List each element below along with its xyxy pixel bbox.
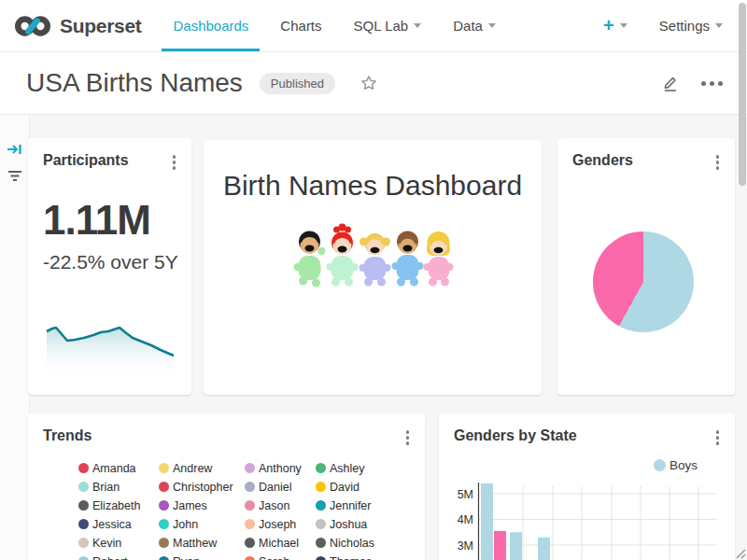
legend-label: Joseph bbox=[259, 518, 296, 531]
filter-list-icon bbox=[7, 169, 23, 184]
legend-item[interactable]: Brian bbox=[78, 478, 159, 497]
nav-right-group: + Settings bbox=[603, 15, 723, 36]
legend-swatch bbox=[78, 463, 89, 473]
legend-item[interactable]: Sarah bbox=[245, 553, 316, 560]
legend-swatch bbox=[245, 500, 255, 511]
chart-card-genders-by-state: Genders by State Boys 5M4M3M bbox=[439, 413, 735, 560]
legend-item[interactable]: Ryan bbox=[159, 553, 245, 560]
kid-mint bbox=[327, 224, 359, 287]
legend-item[interactable]: Jason bbox=[245, 497, 316, 515]
markdown-card: Birth Names Dashboard bbox=[204, 140, 542, 395]
expand-filters-button[interactable] bbox=[7, 142, 23, 161]
legend-item[interactable]: Christopher bbox=[159, 478, 245, 497]
top-nav: Superset Dashboards Charts SQL Lab Data … bbox=[0, 0, 747, 52]
superset-dashboard-app: Superset Dashboards Charts SQL Lab Data … bbox=[0, 0, 747, 560]
header-actions bbox=[660, 73, 723, 93]
legend-item[interactable]: Ashley bbox=[316, 459, 425, 478]
chart-menu-button[interactable] bbox=[713, 152, 723, 173]
card-header: Trends bbox=[28, 413, 425, 448]
kid-periwinkle bbox=[359, 233, 391, 287]
big-number-value: 1.11M bbox=[43, 197, 191, 244]
legend-swatch bbox=[316, 463, 326, 473]
legend-item[interactable]: John bbox=[159, 515, 245, 534]
chart-title: Genders bbox=[572, 152, 633, 169]
legend-label: Nicholas bbox=[330, 537, 374, 550]
trends-legend: AmandaAndrewAnthonyAshleyBrianChristophe… bbox=[28, 459, 425, 560]
legend-swatch bbox=[159, 463, 169, 473]
dashboard-title: USA Births Names bbox=[26, 68, 243, 98]
legend-label: Matthew bbox=[173, 537, 217, 550]
legend-item[interactable]: Kevin bbox=[78, 534, 159, 553]
legend-item[interactable]: Michael bbox=[245, 534, 316, 553]
legend-swatch bbox=[159, 500, 169, 511]
legend-label: Daniel bbox=[259, 481, 291, 494]
legend-swatch bbox=[78, 556, 89, 560]
legend-swatch bbox=[78, 519, 89, 529]
legend-item[interactable]: Thomas bbox=[316, 553, 425, 560]
legend-item-boys[interactable]: Boys bbox=[654, 458, 698, 472]
legend-swatch bbox=[159, 538, 169, 548]
legend-item[interactable]: Nicholas bbox=[316, 534, 425, 553]
resize-handle-icon[interactable] bbox=[734, 547, 746, 559]
arrow-to-bar-icon bbox=[7, 142, 23, 157]
svg-text:4M: 4M bbox=[458, 513, 473, 526]
legend-swatch bbox=[316, 482, 326, 492]
legend-item[interactable]: Joshua bbox=[316, 515, 425, 534]
nav-tab-charts[interactable]: Charts bbox=[280, 0, 321, 51]
legend-label: Robert bbox=[92, 555, 128, 560]
big-number-subheader: -22.5% over 5Y bbox=[43, 251, 191, 273]
edit-dashboard-button[interactable] bbox=[660, 73, 681, 93]
card-header: Genders by State bbox=[439, 413, 735, 448]
chart-menu-button[interactable] bbox=[170, 152, 179, 173]
legend-item[interactable]: Anthony bbox=[245, 459, 316, 478]
new-item-button[interactable]: + bbox=[603, 15, 627, 36]
dashboard-header: USA Births Names Published bbox=[0, 52, 747, 115]
legend-label: Ryan bbox=[173, 555, 200, 560]
chart-menu-button[interactable] bbox=[713, 427, 723, 448]
legend-item[interactable]: Daniel bbox=[245, 478, 316, 497]
legend-label: James bbox=[173, 499, 207, 512]
legend-swatch bbox=[245, 538, 255, 548]
legend-swatch bbox=[159, 482, 169, 492]
nav-tab-dashboards[interactable]: Dashboards bbox=[173, 0, 248, 51]
legend-item[interactable]: Amanda bbox=[78, 459, 159, 478]
filters-button[interactable] bbox=[7, 169, 23, 188]
chart-menu-button[interactable] bbox=[403, 427, 413, 448]
chart-title: Participants bbox=[43, 152, 129, 169]
legend-swatch bbox=[78, 482, 89, 492]
nav-menu-data[interactable]: Data bbox=[453, 0, 496, 51]
legend-item[interactable]: Andrew bbox=[159, 459, 245, 478]
legend-item[interactable]: Jennifer bbox=[316, 497, 425, 515]
kid-green bbox=[294, 231, 326, 287]
legend-item[interactable]: Matthew bbox=[159, 534, 245, 553]
pencil-icon bbox=[660, 73, 681, 93]
caret-down-icon bbox=[414, 23, 421, 28]
legend-swatch bbox=[245, 463, 255, 473]
legend-item[interactable]: Joseph bbox=[245, 515, 316, 534]
legend-swatch bbox=[654, 459, 666, 471]
card-header: Participants bbox=[28, 138, 191, 173]
published-badge[interactable]: Published bbox=[260, 73, 335, 94]
genders-pie-chart bbox=[593, 231, 694, 332]
chart-title: Trends bbox=[43, 427, 92, 444]
nav-menu-sql-lab[interactable]: SQL Lab bbox=[354, 0, 422, 51]
legend-label: Brian bbox=[92, 481, 120, 494]
legend-item[interactable]: Robert bbox=[78, 553, 159, 560]
dashboard-menu-button[interactable] bbox=[701, 81, 723, 86]
legend-item[interactable]: James bbox=[159, 497, 245, 515]
plus-icon: + bbox=[603, 15, 614, 36]
brand-name: Superset bbox=[60, 15, 141, 37]
legend-swatch bbox=[316, 538, 326, 548]
vertical-scrollbar[interactable] bbox=[739, 3, 746, 186]
kid-blue bbox=[392, 231, 424, 287]
settings-menu[interactable]: Settings bbox=[659, 18, 723, 34]
favorite-star-icon[interactable] bbox=[359, 74, 378, 92]
legend-label: Boys bbox=[669, 458, 698, 472]
legend-swatch bbox=[159, 556, 169, 560]
legend-item[interactable]: Elizabeth bbox=[78, 497, 159, 515]
superset-logo[interactable]: Superset bbox=[13, 14, 141, 38]
legend-item[interactable]: Jessica bbox=[78, 515, 159, 534]
chart-title: Genders by State bbox=[454, 427, 577, 444]
legend-label: Thomas bbox=[330, 555, 372, 560]
legend-item[interactable]: David bbox=[316, 478, 425, 497]
